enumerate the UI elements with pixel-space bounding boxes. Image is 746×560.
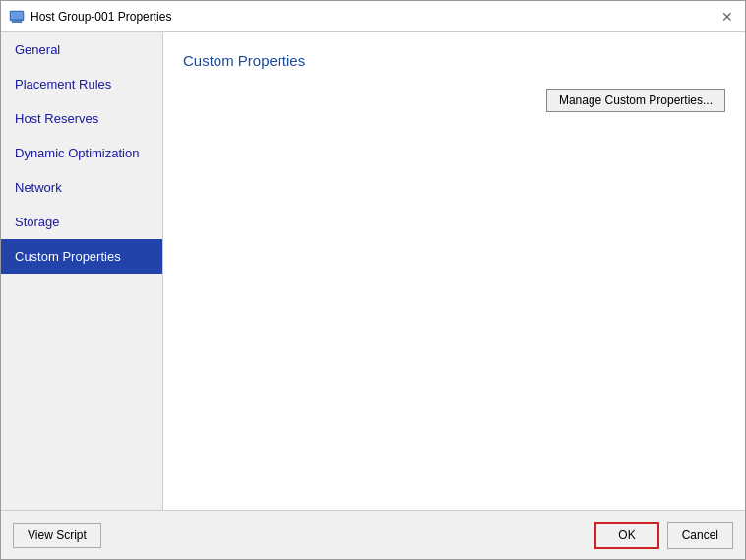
cancel-button[interactable]: Cancel [667,522,733,549]
sidebar: General Placement Rules Host Reserves Dy… [1,32,163,510]
dialog-window: Host Group-001 Properties ✕ General Plac… [0,0,746,560]
section-title: Custom Properties [183,52,725,69]
view-script-button[interactable]: View Script [13,523,101,548]
dialog-body: General Placement Rules Host Reserves Dy… [1,32,745,510]
svg-rect-2 [12,21,22,23]
svg-rect-1 [11,12,23,19]
window-icon [9,9,25,25]
main-content: Custom Properties Manage Custom Properti… [163,32,745,510]
sidebar-item-placement-rules[interactable]: Placement Rules [1,67,162,101]
footer-actions: OK Cancel [594,522,733,549]
sidebar-item-network[interactable]: Network [1,170,162,205]
sidebar-item-general[interactable]: General [1,32,162,67]
ok-button[interactable]: OK [594,522,658,549]
sidebar-item-host-reserves[interactable]: Host Reserves [1,101,162,136]
title-bar: Host Group-001 Properties ✕ [1,1,745,32]
dialog-title: Host Group-001 Properties [31,10,171,24]
close-button[interactable]: ✕ [717,7,737,27]
sidebar-item-custom-properties[interactable]: Custom Properties [1,239,162,274]
manage-custom-properties-button[interactable]: Manage Custom Properties... [546,89,725,112]
sidebar-item-storage[interactable]: Storage [1,205,162,239]
title-bar-left: Host Group-001 Properties [9,9,171,25]
sidebar-item-dynamic-optimization[interactable]: Dynamic Optimization [1,136,162,170]
footer: View Script OK Cancel [1,510,745,559]
